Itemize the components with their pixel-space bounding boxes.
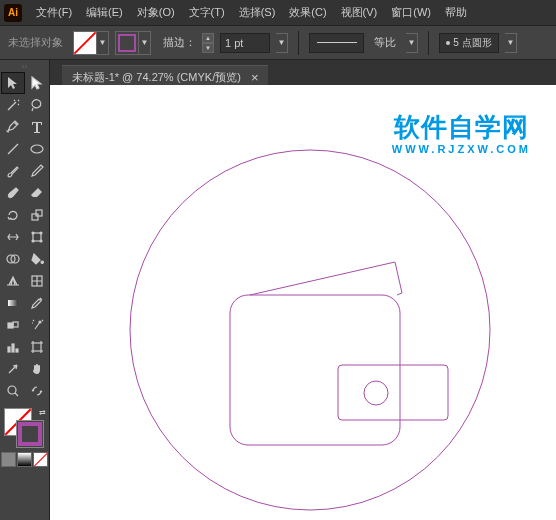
document-tab-title: 未标题-1* @ 74.27% (CMYK/预览) [72,70,241,85]
app-icon: Ai [4,4,22,22]
brush-preview[interactable]: 5 点圆形 [439,33,499,53]
svg-rect-1 [32,214,38,220]
menu-effect[interactable]: 效果(C) [283,2,332,23]
canvas[interactable]: 软件自学网 WWW.RJZXW.COM [50,85,556,520]
svg-rect-15 [8,347,10,352]
perspective-grid-tool[interactable] [1,270,25,292]
svg-point-6 [32,240,34,242]
direct-selection-tool[interactable] [25,72,49,94]
menu-window[interactable]: 窗口(W) [385,2,437,23]
svg-line-24 [250,262,395,295]
svg-rect-3 [33,233,41,241]
menu-file[interactable]: 文件(F) [30,2,78,23]
svg-line-25 [395,262,402,293]
stroke-weight-stepper[interactable]: ▲▼ [202,33,214,53]
svg-rect-13 [13,322,18,327]
symbol-sprayer-tool[interactable] [25,314,49,336]
blend-tool[interactable] [1,314,25,336]
svg-rect-12 [8,323,13,328]
stroke-weight-input[interactable]: 1 pt [220,33,270,53]
main-menu: 文件(F) 编辑(E) 对象(O) 文字(T) 选择(S) 效果(C) 视图(V… [30,2,473,23]
stroke-color-swatch[interactable] [16,420,44,448]
brush-label: 5 点圆形 [453,36,491,50]
artwork-outline [100,120,520,520]
ellipse-tool[interactable] [25,138,49,160]
free-transform-tool[interactable] [25,226,49,248]
scale-tool[interactable] [25,204,49,226]
lasso-tool[interactable] [25,94,49,116]
divider [298,31,299,55]
mesh-tool[interactable] [25,270,49,292]
line-tool[interactable] [1,138,25,160]
watermark-en: WWW.RJZXW.COM [392,143,531,155]
svg-point-14 [39,321,41,323]
color-modes [1,452,48,467]
svg-rect-11 [8,300,18,306]
svg-rect-21 [230,295,400,445]
stroke-swatch[interactable] [115,31,139,55]
menu-view[interactable]: 视图(V) [335,2,384,23]
menu-help[interactable]: 帮助 [439,2,473,23]
svg-rect-17 [16,349,18,352]
menu-type[interactable]: 文字(T) [183,2,231,23]
svg-point-23 [364,381,388,405]
color-mode-solid[interactable] [1,452,16,467]
zoom-tool[interactable] [1,380,25,402]
stroke-label: 描边： [163,35,196,50]
selection-status: 未选择对象 [8,35,63,50]
close-tab-icon[interactable]: × [251,70,259,85]
artboard-tool[interactable] [25,336,49,358]
column-graph-tool[interactable] [1,336,25,358]
slice-tool[interactable] [1,358,25,380]
watermark: 软件自学网 WWW.RJZXW.COM [392,110,531,155]
color-mode-gradient[interactable] [17,452,32,467]
stroke-weight-dropdown[interactable]: ▼ [276,33,288,53]
svg-rect-2 [36,210,42,216]
menu-object[interactable]: 对象(O) [131,2,181,23]
pencil-tool[interactable] [25,160,49,182]
blob-brush-tool[interactable] [1,182,25,204]
tools-panel: ›› [0,60,50,520]
svg-point-4 [32,232,34,234]
selection-tool[interactable] [1,72,25,94]
options-bar: 未选择对象 ▼ ▼ 描边： ▲▼ 1 pt ▼ 等比 ▼ 5 点圆形 ▼ [0,25,556,60]
svg-point-5 [40,232,42,234]
document-tab-bar: 未标题-1* @ 74.27% (CMYK/预览) × [50,60,556,85]
svg-rect-22 [338,365,448,420]
pen-tool[interactable] [1,116,25,138]
svg-rect-18 [33,343,41,351]
rotate-tool[interactable] [1,204,25,226]
svg-line-26 [397,293,402,295]
fill-dropdown[interactable]: ▼ [97,31,109,55]
divider [428,31,429,55]
paintbrush-tool[interactable] [1,160,25,182]
svg-point-7 [40,240,42,242]
watermark-cn: 软件自学网 [392,110,531,145]
eyedropper-tool[interactable] [25,292,49,314]
swap-fill-stroke[interactable]: ⇄ [39,408,46,417]
stroke-dropdown[interactable]: ▼ [139,31,151,55]
eraser-tool[interactable] [25,182,49,204]
width-tool[interactable] [1,226,25,248]
magic-wand-tool[interactable] [1,94,25,116]
toggle-fill-stroke[interactable] [25,380,49,402]
menu-edit[interactable]: 编辑(E) [80,2,129,23]
scale-dropdown[interactable]: ▼ [406,33,418,53]
stroke-profile[interactable] [309,33,364,53]
type-tool[interactable] [25,116,49,138]
fill-swatch[interactable] [73,31,97,55]
svg-rect-16 [12,344,14,352]
scale-label: 等比 [374,35,396,50]
shape-builder-tool[interactable] [1,248,25,270]
color-mode-none[interactable] [33,452,48,467]
hand-tool[interactable] [25,358,49,380]
svg-point-20 [130,150,490,510]
menu-select[interactable]: 选择(S) [233,2,282,23]
panel-handle[interactable]: ›› [5,62,45,70]
live-paint-tool[interactable] [25,248,49,270]
brush-dropdown[interactable]: ▼ [505,33,517,53]
svg-point-19 [8,386,16,394]
svg-point-0 [31,145,43,153]
brush-dot-icon [446,41,450,45]
gradient-tool[interactable] [1,292,25,314]
